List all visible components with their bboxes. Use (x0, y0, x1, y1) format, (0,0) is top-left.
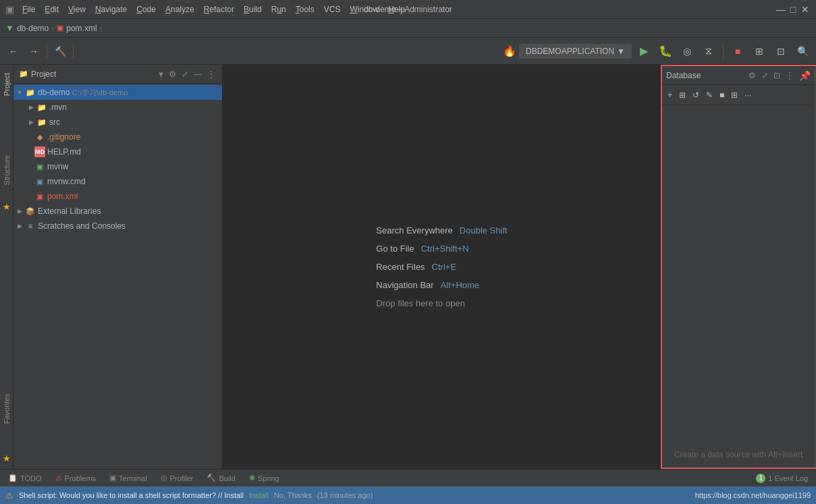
event-log-tab[interactable]: 1 1 Event Log (753, 472, 811, 484)
db-settings-btn[interactable]: ⚙ (747, 69, 757, 82)
maximize-button[interactable]: □ (788, 5, 798, 14)
scratches-arrow: ▶ (16, 223, 23, 229)
db-panel-header: Database ⚙ ⤢ ⊡ ⋮ 📌 (662, 66, 815, 85)
menu-build[interactable]: Build (240, 3, 266, 16)
src-arrow: ▶ (28, 119, 34, 125)
tab-build[interactable]: 🔨 Build (204, 472, 238, 484)
tree-scratches[interactable]: ▶ ≡ Scratches and Consoles (13, 219, 222, 233)
toolbar-bookmark-btn[interactable]: ⊡ (771, 42, 790, 61)
tab-terminal[interactable]: ▣ Terminal (107, 472, 150, 484)
tab-todo[interactable]: 📋 TODO (5, 472, 45, 484)
window-controls: — □ ✕ (776, 5, 811, 14)
minimize-button[interactable]: — (776, 5, 786, 14)
status-url[interactable]: https://blog.csdn.net/huanggei1199 (695, 491, 811, 499)
tree-gitignore[interactable]: ◆ .gitignore (13, 130, 222, 144)
db-hint-text: Create a data source with Alt+Insert (674, 450, 803, 459)
db-expand-btn[interactable]: ⤢ (760, 69, 769, 82)
run-button[interactable]: ▶ (634, 42, 653, 61)
left-panel-labels: Project Structure ★ Favorites ★ (0, 65, 13, 469)
panel-settings-btn[interactable]: ⚙ (167, 68, 178, 80)
mvnw-icon: ▣ (34, 161, 45, 172)
toolbar-back-btn[interactable]: ← (4, 42, 23, 61)
warning-icon: ⚠ (5, 491, 13, 501)
problems-label: Problems (65, 474, 96, 482)
tree-mvnw[interactable]: ▣ mvnw (13, 159, 222, 174)
tab-profiler[interactable]: ◎ Profiler (158, 472, 196, 484)
panel-minimize-btn[interactable]: — (192, 68, 203, 80)
toolbar-search-btn[interactable]: 🔍 (793, 42, 812, 61)
db-edit-btn[interactable]: ✎ (703, 88, 715, 102)
shortcut-gotofile: Go to File Ctrl+Shift+N (376, 244, 468, 254)
structure-side-label[interactable]: Structure (1, 152, 12, 188)
root-folder-icon: 📁 (25, 87, 36, 98)
tree-root[interactable]: ▼ 📁 db-demo C:\学习\db-demo (13, 85, 222, 100)
db-options-btn[interactable]: ⋮ (784, 69, 795, 82)
run-config-label: DBDEMOAPPLICATION (526, 47, 614, 56)
pom-icon: ▣ (34, 191, 45, 202)
db-add-btn[interactable]: + (665, 88, 675, 102)
shortcut-nav-label: Navigation Bar (376, 280, 433, 290)
structure-star-icon: ★ (3, 202, 11, 212)
tab-problems[interactable]: ⚠ Problems (53, 472, 99, 484)
database-panel: Database ⚙ ⤢ ⊡ ⋮ 📌 + ⊞ ↺ ✎ ■ ⊞ ··· Creat… (661, 65, 816, 469)
menu-navigate[interactable]: Navigate (91, 3, 131, 16)
pom-icon: ▣ (57, 24, 63, 32)
panel-expand-btn[interactable]: ⤢ (180, 68, 190, 80)
db-refresh-btn[interactable]: ↺ (690, 88, 702, 102)
db-more-btn[interactable]: ··· (742, 88, 754, 102)
close-button[interactable]: ✕ (800, 5, 811, 14)
main-content: Search Everywhere Double Shift Go to Fil… (223, 65, 661, 469)
tree-helpmd[interactable]: MD HELP.md (13, 144, 222, 159)
db-float-btn[interactable]: ⊡ (772, 69, 782, 82)
editor-area: Search Everywhere Double Shift Go to Fil… (223, 65, 661, 469)
run-config-button[interactable]: DBDEMOAPPLICATION ▼ (519, 44, 632, 59)
db-content: Create a data source with Alt+Insert (662, 105, 815, 468)
menu-edit[interactable]: Edit (40, 3, 63, 16)
toolbar-forward-btn[interactable]: → (24, 42, 43, 61)
helpmd-label: HELP.md (47, 147, 81, 157)
tree-external-libs[interactable]: ▶ 📦 External Libraries (13, 204, 222, 219)
menu-refactor[interactable]: Refactor (200, 3, 238, 16)
menu-vcs[interactable]: VCS (320, 3, 345, 16)
favorites-side-label[interactable]: Favorites (1, 391, 12, 426)
project-side-label[interactable]: Project (1, 70, 12, 99)
menu-tools[interactable]: Tools (292, 3, 319, 16)
spring-label: Spring (258, 474, 279, 482)
coverage-button[interactable]: ◎ (678, 42, 697, 61)
status-dismiss[interactable]: No, Thanks (274, 491, 312, 499)
status-install-link[interactable]: Install (249, 491, 269, 499)
window-title: db-demo – Administrator (364, 5, 452, 14)
panel-options-btn[interactable]: ⋮ (206, 68, 217, 80)
profile-button[interactable]: ⧖ (699, 42, 718, 61)
tree-src[interactable]: ▶ 📁 src (13, 115, 222, 130)
db-copy-btn[interactable]: ⊞ (676, 88, 688, 102)
gitignore-label: .gitignore (47, 132, 80, 142)
menu-view[interactable]: View (64, 3, 90, 16)
main-area: Project Structure ★ Favorites ★ 📁 Projec… (0, 65, 816, 469)
tree-mvn[interactable]: ▶ 📁 .mvn (13, 100, 222, 115)
tree-mvnw-cmd[interactable]: ▣ mvnw.cmd (13, 174, 222, 189)
toolbar-build-btn[interactable]: 🔨 (51, 42, 70, 61)
db-panel-title: Database (666, 71, 744, 80)
db-table-btn[interactable]: ⊞ (728, 88, 740, 102)
db-stop-btn[interactable]: ■ (717, 88, 727, 102)
menu-file[interactable]: File (18, 3, 39, 16)
breadcrumb-project[interactable]: db-demo (17, 24, 49, 33)
breadcrumb-file[interactable]: pom.xml (66, 24, 97, 33)
menu-code[interactable]: Code (132, 3, 160, 16)
event-log-area: 1 1 Event Log (753, 472, 811, 484)
toolbar-grid-btn[interactable]: ⊞ (750, 42, 769, 61)
debug-button[interactable]: 🐛 (656, 42, 675, 61)
flame-icon: 🔥 (503, 45, 516, 57)
menu-run[interactable]: Run (267, 3, 290, 16)
toolbar-separator-3 (723, 45, 724, 58)
extlib-label: External Libraries (38, 206, 101, 216)
shortcut-nav: Navigation Bar Alt+Home (376, 280, 479, 290)
db-toolbar: + ⊞ ↺ ✎ ■ ⊞ ··· (662, 85, 815, 105)
project-panel-header: 📁 Project ▼ ⚙ ⤢ — ⋮ (13, 65, 222, 84)
tab-spring[interactable]: ❋ Spring (246, 472, 282, 484)
stop-button[interactable]: ■ (728, 42, 747, 61)
menu-analyze[interactable]: Analyze (161, 3, 198, 16)
tree-pom[interactable]: ▣ pom.xml (13, 189, 222, 204)
gitignore-icon: ◆ (34, 132, 45, 142)
